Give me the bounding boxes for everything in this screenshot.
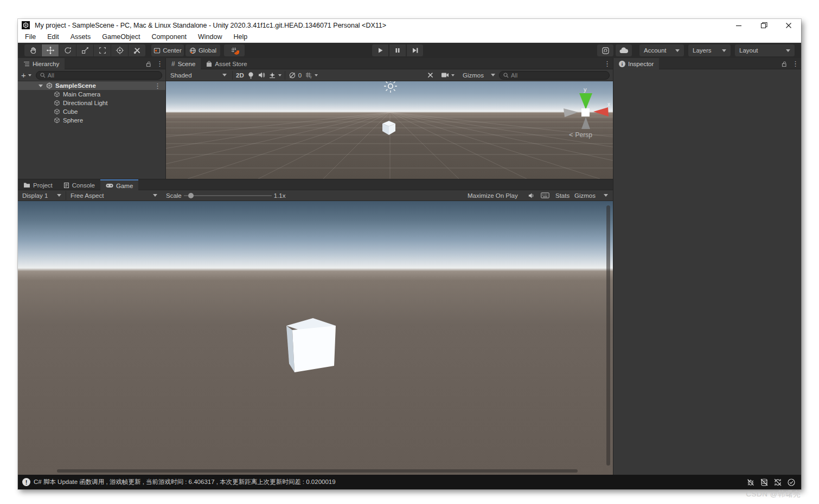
menu-file[interactable]: File xyxy=(25,33,36,41)
hierarchy-row-sphere[interactable]: Sphere xyxy=(18,116,165,125)
scale-tool-icon[interactable] xyxy=(76,44,93,56)
scene-tab-label: Scene xyxy=(178,61,196,67)
tab-hierarchy[interactable]: Hierarchy xyxy=(18,58,65,69)
scene-grid-icon: # xyxy=(171,60,175,68)
scene-viewport[interactable]: y x < Persp xyxy=(166,81,613,179)
pause-button[interactable] xyxy=(389,44,406,56)
scene-tools-icon[interactable] xyxy=(426,71,434,79)
hierarchy-row-cube[interactable]: Cube xyxy=(18,107,165,116)
menu-gameobject[interactable]: GameObject xyxy=(102,33,140,41)
display-label: Display 1 xyxy=(22,192,48,199)
rect-tool-icon[interactable] xyxy=(94,44,111,56)
keyboard-input-icon[interactable] xyxy=(541,192,549,198)
move-tool-icon[interactable] xyxy=(42,44,59,56)
hierarchy-row-main-camera[interactable]: Main Camera xyxy=(18,90,165,99)
2d-toggle-button[interactable]: 2D xyxy=(236,72,244,79)
scene-gizmos-dropdown[interactable]: Gizmos xyxy=(463,72,495,79)
unity-logo-icon xyxy=(22,21,30,29)
step-button[interactable] xyxy=(407,44,423,56)
search-icon xyxy=(503,73,509,78)
rotate-tool-icon[interactable] xyxy=(59,44,76,56)
scene-camera-dropdown[interactable] xyxy=(441,72,455,78)
menu-window[interactable]: Window xyxy=(198,33,222,41)
slider-knob[interactable] xyxy=(188,193,194,198)
debugger-disabled-icon[interactable] xyxy=(746,478,755,487)
menu-edit[interactable]: Edit xyxy=(47,33,59,41)
plastic-scm-icon[interactable] xyxy=(597,44,613,56)
menu-assets[interactable]: Assets xyxy=(71,33,91,41)
item-label: Cube xyxy=(63,108,78,115)
watermark: CSDN @韩曙亮 xyxy=(746,489,801,499)
gameobject-icon xyxy=(54,117,60,124)
tab-asset-store[interactable]: Asset Store xyxy=(201,58,252,69)
directional-light-gizmo[interactable] xyxy=(383,81,398,94)
gizmos-label: Gizmos xyxy=(463,72,484,79)
close-button[interactable] xyxy=(776,19,801,31)
scene-audio-icon[interactable] xyxy=(258,72,265,79)
projection-toggle[interactable]: < Persp xyxy=(569,131,592,139)
scale-slider[interactable] xyxy=(184,190,272,201)
play-button[interactable] xyxy=(372,44,388,56)
kebab-menu-icon[interactable]: ⋮ xyxy=(604,60,611,67)
mute-audio-toggle[interactable] xyxy=(528,192,535,199)
hierarchy-row-directional-light[interactable]: Directional Light xyxy=(18,99,165,107)
cloud-icon[interactable] xyxy=(616,44,632,56)
refresh-disabled-icon[interactable] xyxy=(773,478,782,487)
lock-icon[interactable] xyxy=(146,61,152,67)
tab-project[interactable]: Project xyxy=(18,179,58,191)
minimize-button[interactable] xyxy=(726,19,751,31)
status-message[interactable]: C# 脚本 Update 函数调用 , 游戏帧更新 , 当前游戏时间 : 6.4… xyxy=(34,478,336,486)
layers-dropdown[interactable]: Layers xyxy=(688,44,731,56)
scene-search-input[interactable]: All xyxy=(499,71,610,80)
account-dropdown[interactable]: Account xyxy=(639,44,684,56)
hierarchy-row-scene[interactable]: SampleScene ⋮ xyxy=(18,81,165,90)
tab-inspector[interactable]: i Inspector xyxy=(613,58,659,69)
restore-button[interactable] xyxy=(751,19,776,31)
transform-tool-icon[interactable] xyxy=(111,44,128,56)
log-alert-icon[interactable]: ! xyxy=(22,478,30,486)
cache-server-disabled-icon[interactable] xyxy=(760,478,769,487)
axis-orientation-gizmo[interactable]: y x xyxy=(561,86,611,130)
stats-toggle[interactable]: Stats xyxy=(555,192,570,199)
window-title: My project - SampleScene - PC, Mac & Lin… xyxy=(35,22,386,29)
maximize-on-play-toggle[interactable]: Maximize On Play xyxy=(468,192,518,199)
display-dropdown[interactable]: Display 1 xyxy=(20,192,63,199)
global-label: Global xyxy=(199,47,216,54)
hierarchy-search-input[interactable]: All xyxy=(36,71,162,80)
tab-game[interactable]: Game xyxy=(100,179,138,191)
scene-name-label: SampleScene xyxy=(55,82,96,89)
tab-console[interactable]: Console xyxy=(58,179,100,191)
add-object-button[interactable]: + xyxy=(21,70,31,80)
shading-mode-dropdown[interactable]: Shaded xyxy=(168,72,229,79)
pivot-center-button[interactable]: Center xyxy=(151,44,184,56)
kebab-menu-icon[interactable]: ⋮ xyxy=(156,60,163,67)
aspect-label: Free Aspect xyxy=(71,192,104,199)
vertical-scrollbar[interactable] xyxy=(606,205,610,466)
project-tab-label: Project xyxy=(33,182,53,189)
scene-effects-dropdown[interactable] xyxy=(268,72,281,79)
layout-dropdown[interactable]: Layout xyxy=(735,44,795,56)
foldout-arrow-icon[interactable] xyxy=(39,85,43,87)
tab-scene[interactable]: # Scene xyxy=(166,58,201,69)
progress-status-icon[interactable] xyxy=(787,478,796,487)
info-icon: i xyxy=(619,61,625,67)
lock-icon[interactable] xyxy=(782,61,788,67)
scene-visibility-toggle[interactable]: 0 xyxy=(289,72,302,79)
scene-grid-dropdown[interactable]: Y xyxy=(305,72,318,79)
custom-tool-icon[interactable] xyxy=(129,44,145,56)
scene-cube-object[interactable] xyxy=(382,120,396,137)
menu-help[interactable]: Help xyxy=(233,33,247,41)
grid-snap-button[interactable] xyxy=(224,44,245,56)
menu-component[interactable]: Component xyxy=(151,33,187,41)
gamepad-icon xyxy=(106,183,113,188)
horizontal-scrollbar[interactable] xyxy=(57,469,578,473)
hand-tool-icon[interactable] xyxy=(24,44,41,56)
kebab-menu-icon[interactable]: ⋮ xyxy=(792,60,799,67)
scene-lighting-icon[interactable] xyxy=(247,72,254,79)
aspect-dropdown[interactable]: Free Aspect xyxy=(68,192,159,199)
kebab-menu-icon[interactable]: ⋮ xyxy=(154,82,161,89)
gameobject-icon xyxy=(54,100,60,106)
game-viewport[interactable] xyxy=(18,201,613,475)
game-gizmos-dropdown[interactable]: Gizmos xyxy=(574,192,608,199)
handle-global-button[interactable]: Global xyxy=(185,44,220,56)
